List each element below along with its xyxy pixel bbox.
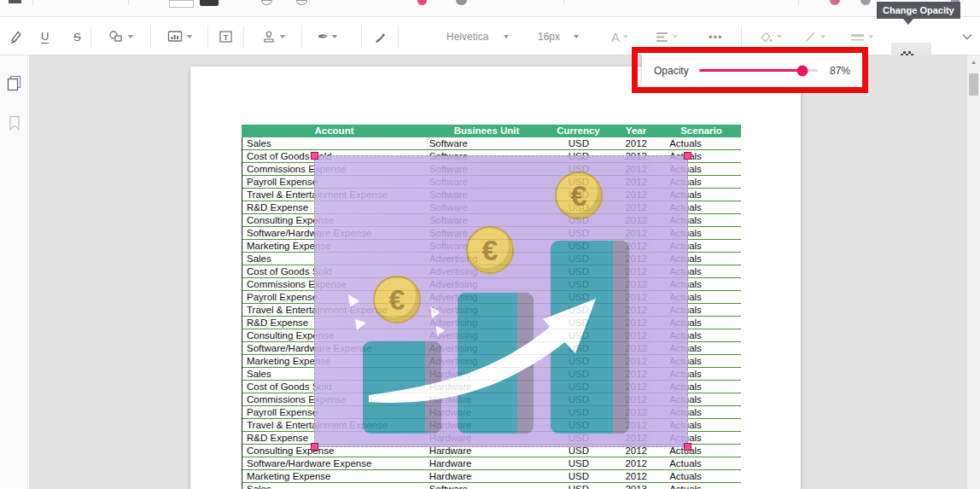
font-size-value: 16px (538, 31, 560, 43)
strikethrough-button[interactable]: S (73, 18, 81, 55)
table-cell: Software (428, 137, 547, 149)
table-cell: Software/Hardware Expense (242, 457, 428, 469)
more-options-button[interactable]: ••• (709, 18, 723, 55)
line-weight-button[interactable] (850, 18, 873, 55)
table-header-cell: Businees Unit (427, 125, 546, 137)
page-count-text (200, 0, 219, 6)
table-header-cell: Scenario (662, 125, 741, 137)
tooltip-arrow (903, 19, 913, 25)
vertical-scrollbar[interactable]: ▲ (967, 55, 980, 489)
table-cell: USD (546, 470, 610, 482)
table-header-cell: Account (242, 125, 427, 137)
table-cell: Sales (242, 483, 428, 489)
table-cell: USD (546, 457, 610, 469)
topbar-partial-icon[interactable] (296, 0, 307, 5)
text-align-button[interactable] (656, 18, 678, 55)
table-cell: Actuals (662, 137, 741, 149)
left-panel-bar (0, 55, 28, 489)
topbar-partial-icon[interactable] (261, 0, 272, 5)
table-cell: Hardware (428, 457, 547, 469)
topbar-partial-icon[interactable] (456, 0, 467, 5)
table-cell: 2012 (610, 457, 662, 469)
chevron-down-icon (961, 32, 973, 41)
table-row: SalesSoftwareUSD2012Actuals (242, 137, 741, 150)
chevron-down-icon (820, 35, 825, 38)
stamp-icon (261, 30, 277, 44)
line-weight-icon (850, 32, 865, 43)
menu-icon[interactable] (9, 0, 21, 3)
resize-handle-top-left[interactable] (311, 152, 318, 160)
resize-handle-bottom-right[interactable] (684, 443, 691, 451)
change-opacity-tooltip: Change Opacity (877, 2, 960, 19)
topbar-partial-icon[interactable] (417, 0, 427, 5)
opacity-slider-fill (699, 69, 802, 72)
shapes-icon (108, 29, 125, 44)
top-menubar (0, 0, 980, 17)
chevron-down-icon (332, 35, 337, 38)
chevron-down-icon (623, 35, 628, 38)
topbar-partial-icon[interactable] (860, 0, 871, 5)
table-cell: USD (546, 483, 610, 489)
fill-color-button[interactable] (758, 18, 782, 55)
table-header-cell: Year (610, 125, 662, 137)
table-row: SalesSoftwareUSD2013Actuals (242, 483, 741, 489)
table-cell: Sales (242, 137, 428, 149)
scrollbar-thumb[interactable] (969, 73, 978, 96)
chevron-down-icon (777, 35, 782, 38)
more-icon: ••• (709, 31, 723, 44)
signature-button[interactable]: ✒ (318, 18, 337, 55)
table-cell: Software (428, 483, 547, 489)
table-cell: 2013 (610, 483, 662, 489)
resize-handle-bottom-left[interactable] (311, 443, 318, 451)
stamp-button[interactable] (261, 18, 285, 55)
highlighter-button[interactable] (9, 18, 24, 55)
highlighter-icon (9, 29, 24, 44)
table-cell: Marketing Expense (242, 470, 428, 482)
font-color-button[interactable]: A (611, 18, 628, 55)
scroll-up-icon[interactable]: ▲ (967, 59, 980, 65)
line-icon (804, 31, 817, 44)
table-cell: Actuals (662, 457, 741, 469)
line-style-button[interactable] (804, 18, 825, 55)
table-cell: 2012 (610, 137, 662, 149)
table-cell: 2012 (610, 470, 662, 482)
table-row: Software/Hardware ExpenseHardwareUSD2012… (242, 457, 741, 470)
strikethrough-icon: S (73, 31, 81, 44)
page-number-input[interactable] (169, 0, 194, 8)
table-cell: Hardware (428, 470, 547, 482)
page-thumbnails-button[interactable] (7, 75, 22, 92)
table-row: Marketing ExpenseHardwareUSD2012Actuals (242, 470, 741, 483)
underline-button[interactable]: U (41, 18, 49, 55)
topbar-partial-icon[interactable] (830, 0, 840, 5)
brush-button[interactable] (373, 18, 388, 55)
chevron-down-icon (673, 35, 678, 38)
insert-image-button[interactable] (167, 18, 192, 55)
chevron-down-icon (574, 35, 579, 38)
image-icon (167, 30, 184, 44)
bookmark-icon (9, 115, 20, 131)
resize-handle-top-right[interactable] (684, 152, 691, 160)
opacity-slider[interactable] (699, 69, 818, 72)
collapse-toolbar-button[interactable] (961, 18, 973, 55)
app-window: U S T (0, 0, 980, 489)
font-size-select[interactable]: 16px (538, 18, 579, 55)
pasted-image[interactable]: € € € (314, 155, 688, 447)
fill-bucket-icon (758, 30, 773, 44)
opacity-slider-knob[interactable] (796, 65, 808, 76)
table-header-cell: Currency (546, 125, 610, 137)
chevron-down-icon (187, 35, 192, 38)
font-color-icon: A (611, 30, 620, 44)
font-family-value: Helvetica (446, 31, 488, 43)
text-box-button[interactable]: T (219, 18, 234, 55)
shapes-button[interactable] (108, 18, 133, 55)
growth-arrow-icon (314, 155, 688, 447)
chevron-down-icon (868, 35, 873, 38)
annotation-toolbar: U S T (0, 18, 980, 55)
chevron-down-icon (280, 35, 285, 38)
font-family-select[interactable]: Helvetica (446, 18, 509, 55)
chevron-down-icon (504, 35, 509, 38)
underline-icon: U (41, 31, 49, 44)
chevron-down-icon (128, 35, 133, 38)
bookmarks-button[interactable] (9, 115, 20, 131)
opacity-popup: Opacity 87% (642, 53, 862, 88)
